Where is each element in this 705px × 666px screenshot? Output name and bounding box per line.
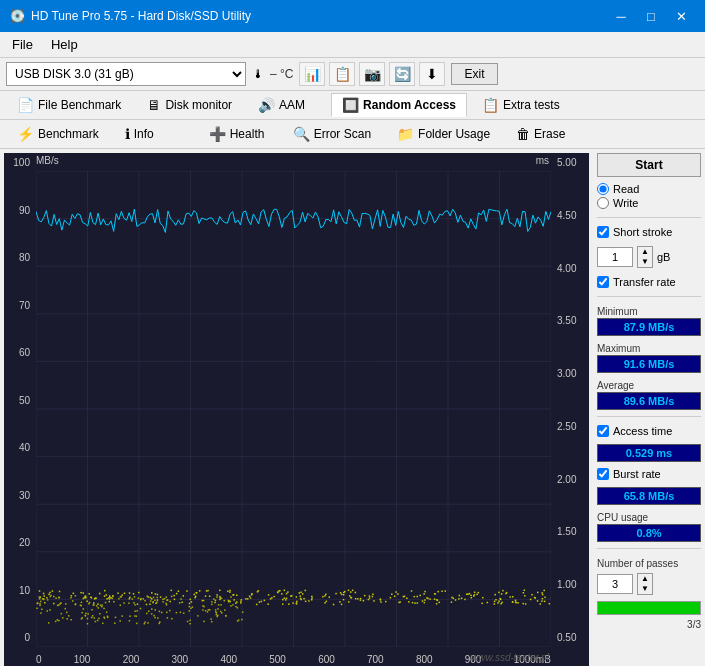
menu-bar: File Help [0,32,705,58]
stroke-down-button[interactable]: ▼ [638,257,652,267]
tab-file-benchmark[interactable]: 📄 File Benchmark [6,93,132,117]
cpu-usage: CPU usage 0.8% [597,509,701,542]
write-radio[interactable] [597,197,609,209]
progress-bar-fill [598,602,700,614]
tab-folder-usage[interactable]: 📁 Folder Usage [386,122,501,146]
temp-label: – °C [270,67,293,81]
divider-3 [597,416,701,417]
stroke-row: ▲ ▼ gB [597,246,701,268]
info-icon: ℹ [125,126,130,142]
short-stroke-label[interactable]: Short stroke [597,226,701,238]
radio-group: Read Write [597,183,701,209]
passes-row: ▲ ▼ [597,573,701,595]
tab-benchmark[interactable]: ⚡ Benchmark [6,122,110,146]
title-bar-controls: ─ □ ✕ [607,6,695,26]
read-radio-label[interactable]: Read [597,183,701,195]
y-axis-left-label: MB/s [36,155,59,166]
toolbar-icons: 📊 📋 📷 🔄 ⬇ [299,62,445,86]
tab-health[interactable]: ➕ Health [198,122,278,146]
aam-icon: 🔊 [258,97,275,113]
tabs-row1: 📄 File Benchmark 🖥 Disk monitor 🔊 AAM 🔲 … [0,91,705,120]
benchmark-icon: ⚡ [17,126,34,142]
tab-random-access[interactable]: 🔲 Random Access [331,93,467,117]
erase-icon: 🗑 [516,126,530,142]
error-scan-icon: 🔍 [293,126,310,142]
progress-bar [597,601,701,615]
divider-2 [597,296,701,297]
read-radio[interactable] [597,183,609,195]
watermark: www.ssd-tester.pl [471,652,549,663]
chart-canvas [36,171,551,647]
passes-input[interactable] [597,574,633,594]
chart-area: MB/s ms 100 90 80 70 60 50 40 30 20 10 0… [4,153,589,666]
tab-disk-monitor[interactable]: 🖥 Disk monitor [136,93,243,117]
toolbar-btn-3[interactable]: 📷 [359,62,385,86]
maximize-button[interactable]: □ [637,6,665,26]
random-access-icon: 🔲 [342,97,359,113]
stroke-input[interactable] [597,247,633,267]
divider-1 [597,217,701,218]
write-radio-label[interactable]: Write [597,197,701,209]
toolbar: USB DISK 3.0 (31 gB) 🌡 – °C 📊 📋 📷 🔄 ⬇ Ex… [0,58,705,91]
minimize-button[interactable]: ─ [607,6,635,26]
toolbar-btn-2[interactable]: 📋 [329,62,355,86]
divider-4 [597,548,701,549]
disk-monitor-icon: 🖥 [147,97,161,113]
chart-header: MB/s ms [36,155,549,166]
menu-help[interactable]: Help [47,35,82,54]
burst-rate-label[interactable]: Burst rate [597,468,701,480]
stat-maximum: Maximum 91.6 MB/s [597,340,701,373]
toolbar-btn-4[interactable]: 🔄 [389,62,415,86]
close-button[interactable]: ✕ [667,6,695,26]
stroke-spinner: ▲ ▼ [637,246,653,268]
access-time-checkbox[interactable] [597,425,609,437]
y-labels-right: 5.00 4.50 4.00 3.50 3.00 2.50 2.00 1.50 … [553,153,589,647]
file-benchmark-icon: 📄 [17,97,34,113]
toolbar-btn-1[interactable]: 📊 [299,62,325,86]
tab-error-scan[interactable]: 🔍 Error Scan [282,122,382,146]
stroke-up-button[interactable]: ▲ [638,247,652,257]
burst-rate-value: 65.8 MB/s [597,487,701,505]
main-content: MB/s ms 100 90 80 70 60 50 40 30 20 10 0… [0,149,705,666]
app-icon: 💽 [10,9,25,23]
menu-file[interactable]: File [8,35,37,54]
passes-down-button[interactable]: ▼ [638,584,652,594]
passes-label: Number of passes [597,558,701,569]
short-stroke-checkbox[interactable] [597,226,609,238]
y-labels-left: 100 90 80 70 60 50 40 30 20 10 0 [4,153,34,647]
title-bar: 💽 HD Tune Pro 5.75 - Hard Disk/SSD Utili… [0,0,705,32]
folder-usage-icon: 📁 [397,126,414,142]
start-button[interactable]: Start [597,153,701,177]
passes-spinner: ▲ ▼ [637,573,653,595]
temp-icon: 🌡 [252,67,264,81]
toolbar-btn-5[interactable]: ⬇ [419,62,445,86]
side-panel: Start Read Write Short stroke ▲ ▼ gB [593,149,705,666]
chart-canvas-wrapper [36,171,551,647]
tab-aam[interactable]: 🔊 AAM [247,93,327,117]
access-time-value: 0.529 ms [597,444,701,462]
tab-extra-tests[interactable]: 📋 Extra tests [471,93,571,117]
stat-average: Average 89.6 MB/s [597,377,701,410]
title-bar-left: 💽 HD Tune Pro 5.75 - Hard Disk/SSD Utili… [10,9,251,23]
transfer-rate-label[interactable]: Transfer rate [597,276,701,288]
extra-tests-icon: 📋 [482,97,499,113]
tab-erase[interactable]: 🗑 Erase [505,122,585,146]
access-time-label[interactable]: Access time [597,425,701,437]
tab-info[interactable]: ℹ Info [114,122,194,146]
title-text: HD Tune Pro 5.75 - Hard Disk/SSD Utility [31,9,251,23]
progress-label: 3/3 [597,619,701,630]
transfer-rate-checkbox[interactable] [597,276,609,288]
burst-rate-checkbox[interactable] [597,468,609,480]
stat-minimum: Minimum 87.9 MB/s [597,303,701,336]
health-icon: ➕ [209,126,226,142]
passes-up-button[interactable]: ▲ [638,574,652,584]
y-axis-right-label: ms [536,155,549,166]
tabs-row2: ⚡ Benchmark ℹ Info ➕ Health 🔍 Error Scan… [0,120,705,149]
disk-select[interactable]: USB DISK 3.0 (31 gB) [6,62,246,86]
exit-button[interactable]: Exit [451,63,497,85]
